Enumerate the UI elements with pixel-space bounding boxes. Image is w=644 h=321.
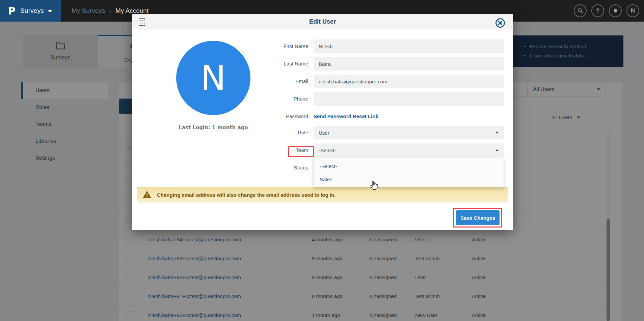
first-name-label: First Name xyxy=(254,39,308,53)
footer-divider xyxy=(137,207,508,207)
notifications-button[interactable] xyxy=(609,4,622,17)
questionpro-logo-icon: P xyxy=(8,5,16,17)
modal-title: Edit User xyxy=(132,14,513,29)
last-name-label: Last Name xyxy=(254,57,308,71)
product-menu-label: Surveys xyxy=(20,7,44,15)
warning-icon xyxy=(142,190,152,200)
account-avatar[interactable]: N xyxy=(626,4,639,17)
last-name-field[interactable] xyxy=(314,57,504,71)
close-icon xyxy=(495,24,506,29)
role-select[interactable]: User xyxy=(314,126,504,139)
role-value: User xyxy=(319,130,329,136)
breadcrumb-separator-icon: › xyxy=(109,7,111,15)
navbar-actions: ? N xyxy=(574,4,639,17)
breadcrumb-my-account: My Account xyxy=(115,7,149,15)
chevron-down-icon xyxy=(495,132,499,134)
save-changes-button[interactable]: Save Changes xyxy=(456,210,500,225)
team-dropdown-panel: -Select- Sales xyxy=(314,158,504,187)
search-button[interactable] xyxy=(574,4,587,17)
edit-user-modal: Edit User N Last Login: 1 month ago Firs… xyxy=(132,14,513,230)
bell-icon xyxy=(613,8,618,14)
close-button[interactable] xyxy=(495,18,506,28)
email-field[interactable] xyxy=(314,75,504,88)
team-select[interactable]: -Select- xyxy=(314,143,504,157)
email-label: Email xyxy=(254,75,308,88)
product-menu[interactable]: P Surveys xyxy=(0,0,61,22)
team-label: Team xyxy=(254,143,308,157)
avatar-initial: N xyxy=(631,7,635,14)
warning-text: Changing email address will also change … xyxy=(157,192,336,198)
role-label: Role xyxy=(254,126,308,139)
chevron-up-icon xyxy=(495,149,499,151)
breadcrumb-my-surveys[interactable]: My Surveys xyxy=(72,7,105,15)
chevron-down-icon xyxy=(48,10,52,12)
team-option-sales[interactable]: Sales xyxy=(314,173,504,186)
team-option-select[interactable]: -Select- xyxy=(314,160,504,173)
last-login-text: Last Login: 1 month ago xyxy=(159,125,267,131)
help-icon: ? xyxy=(596,7,599,14)
team-value: -Select- xyxy=(319,148,336,153)
password-label: Password xyxy=(254,111,308,122)
phone-label: Phone xyxy=(254,92,308,106)
phone-field[interactable] xyxy=(314,92,504,106)
status-label: Status xyxy=(254,161,308,175)
password-reset-link[interactable]: Send Password Reset Link xyxy=(314,111,378,122)
user-avatar-initial: N xyxy=(201,58,226,98)
app-screen: P Surveys My Surveys › My Account ? xyxy=(0,0,644,321)
search-icon xyxy=(577,8,583,14)
help-button[interactable]: ? xyxy=(591,4,604,17)
warning-banner: Changing email address will also change … xyxy=(137,187,508,203)
first-name-field[interactable] xyxy=(314,39,504,53)
user-avatar: N xyxy=(176,41,250,115)
